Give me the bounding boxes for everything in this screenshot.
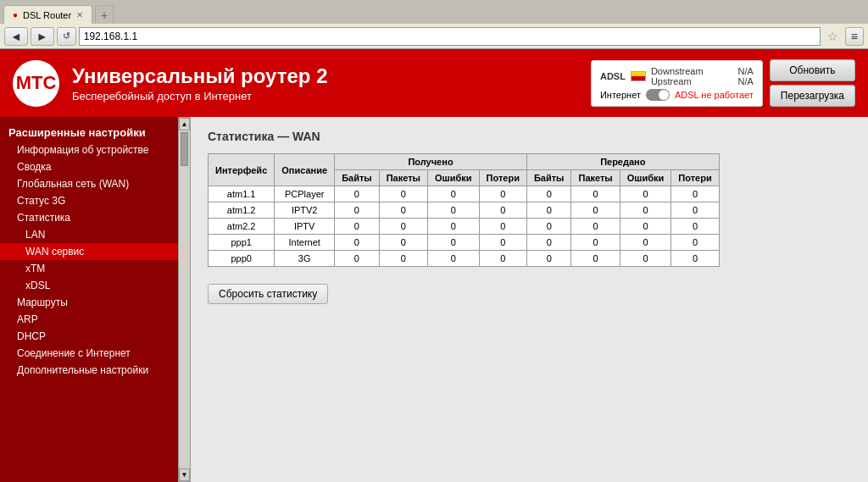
cell-tx-bytes: 0 <box>526 251 571 267</box>
scroll-thumb[interactable] <box>181 132 188 166</box>
address-input[interactable] <box>79 27 821 46</box>
sidebar-item-wan[interactable]: Глобальная сеть (WAN) <box>0 175 178 192</box>
tx-bytes-header: Байты <box>526 170 571 186</box>
downstream-value: N/A <box>737 66 753 76</box>
sidebar-item-summary[interactable]: Сводка <box>0 158 178 175</box>
refresh-button[interactable]: ↺ <box>57 27 76 46</box>
bookmark-icon[interactable]: ☆ <box>823 28 843 45</box>
logo-text: МТС <box>16 72 57 94</box>
rx-bytes-header: Байты <box>335 170 380 186</box>
cell-tx-bytes: 0 <box>526 219 571 235</box>
cell-tx-errors: 0 <box>620 219 671 235</box>
cell-tx-errors: 0 <box>620 186 671 202</box>
sidebar-item-device-info[interactable]: Информация об устройстве <box>0 141 178 158</box>
tools-button[interactable]: ≡ <box>845 27 864 46</box>
table-row: atm1.1 PCPlayer 0 0 0 0 0 0 0 0 <box>209 186 720 202</box>
sidebar-item-dhcp[interactable]: DHCP <box>0 328 178 345</box>
new-tab-button[interactable]: + <box>95 5 114 24</box>
cell-rx-errors: 0 <box>428 186 480 202</box>
table-row: atm2.2 IPTV 0 0 0 0 0 0 0 0 <box>209 219 720 235</box>
nav-bar: ◄ ► ↺ ☆ ≡ <box>0 24 868 49</box>
adsl-status-text: ADSL не работает <box>675 90 754 100</box>
col-description: Описание <box>275 154 335 186</box>
cell-rx-errors: 0 <box>428 235 480 251</box>
sidebar-item-advanced[interactable]: Дополнительные настройки <box>0 362 178 379</box>
tx-packets-header: Пакеты <box>571 170 620 186</box>
cell-rx-packets: 0 <box>379 202 427 219</box>
cell-rx-packets: 0 <box>379 251 427 267</box>
group-transmitted: Передано <box>526 154 719 170</box>
table-row: ppp1 Internet 0 0 0 0 0 0 0 0 <box>209 235 720 251</box>
table-row: atm1.2 IPTV2 0 0 0 0 0 0 0 0 <box>209 202 720 219</box>
cell-tx-losses: 0 <box>671 186 719 202</box>
cell-interface: atm1.2 <box>209 202 275 219</box>
active-tab[interactable]: ● DSL Router ✕ <box>3 5 92 24</box>
back-button[interactable]: ◄ <box>4 27 28 46</box>
cell-rx-errors: 0 <box>428 251 480 267</box>
browser-chrome: ● DSL Router ✕ + ◄ ► ↺ ☆ ≡ <box>0 0 868 49</box>
tx-errors-header: Ошибки <box>620 170 671 186</box>
internet-label: Интернет <box>600 90 641 100</box>
cell-description: IPTV <box>275 219 335 235</box>
cell-tx-errors: 0 <box>620 235 671 251</box>
cell-tx-losses: 0 <box>671 235 719 251</box>
sidebar-item-arp[interactable]: ARP <box>0 311 178 328</box>
cell-description: Internet <box>275 235 335 251</box>
cell-description: 3G <box>275 251 335 267</box>
action-buttons: Обновить Перезагрузка <box>770 59 855 107</box>
sidebar-item-xdsl[interactable]: xDSL <box>0 277 178 294</box>
scroll-up-arrow[interactable]: ▲ <box>179 118 190 130</box>
cell-rx-bytes: 0 <box>335 251 380 267</box>
page: МТС Универсальный роутер 2 Бесперебойный… <box>0 49 868 482</box>
internet-row: Интернет ADSL не работает <box>600 89 754 101</box>
sidebar: Расширенные настройки Информация об устр… <box>0 117 178 482</box>
cell-rx-bytes: 0 <box>335 235 380 251</box>
adsl-label: ADSL <box>600 71 626 81</box>
cell-rx-losses: 0 <box>479 219 526 235</box>
tab-favicon: ● <box>13 10 18 19</box>
toggle-knob <box>659 90 669 100</box>
forward-button[interactable]: ► <box>31 27 54 46</box>
cell-interface: ppp1 <box>209 235 275 251</box>
cell-tx-bytes: 0 <box>526 235 571 251</box>
tab-close-icon[interactable]: ✕ <box>76 10 83 19</box>
scroll-down-arrow[interactable]: ▼ <box>179 468 190 481</box>
sidebar-scrollbar[interactable]: ▲ ▼ <box>178 117 191 482</box>
header-title-block: Универсальный роутер 2 Бесперебойный дос… <box>72 64 328 102</box>
cell-rx-bytes: 0 <box>335 186 380 202</box>
scroll-track <box>179 130 190 468</box>
adsl-row: ADSL Downstream Upstream N/A N/A <box>600 66 754 86</box>
header: МТС Универсальный роутер 2 Бесперебойный… <box>0 49 868 117</box>
group-received: Получено <box>335 154 527 170</box>
toggle-switch[interactable] <box>646 89 670 101</box>
sidebar-item-wan-service[interactable]: WAN сервис <box>0 243 178 260</box>
restart-button[interactable]: Перезагрузка <box>770 85 855 107</box>
sidebar-item-xtm[interactable]: xTM <box>0 260 178 277</box>
sidebar-item-lan[interactable]: LAN <box>0 226 178 243</box>
cell-rx-packets: 0 <box>379 186 427 202</box>
refresh-page-button[interactable]: Обновить <box>770 59 855 81</box>
sidebar-item-3g-status[interactable]: Статус 3G <box>0 192 178 209</box>
sidebar-item-routes[interactable]: Маршруты <box>0 294 178 311</box>
tx-losses-header: Потери <box>671 170 719 186</box>
sidebar-section-title: Расширенные настройки <box>0 121 178 141</box>
cell-rx-bytes: 0 <box>335 219 380 235</box>
reset-stats-button[interactable]: Сбросить статистику <box>208 284 328 304</box>
cell-tx-packets: 0 <box>571 202 620 219</box>
cell-tx-losses: 0 <box>671 219 719 235</box>
header-subtitle: Бесперебойный доступ в Интернет <box>72 90 328 102</box>
cell-rx-losses: 0 <box>479 251 526 267</box>
sidebar-item-internet-connection[interactable]: Соединение с Интернет <box>0 345 178 362</box>
cell-interface: atm1.1 <box>209 186 275 202</box>
cell-tx-packets: 0 <box>571 219 620 235</box>
main-content: Расширенные настройки Информация об устр… <box>0 117 868 482</box>
sidebar-item-statistics[interactable]: Статистика <box>0 209 178 226</box>
cell-tx-bytes: 0 <box>526 186 571 202</box>
downstream-label: Downstream <box>651 66 704 76</box>
upstream-label: Upstream <box>651 76 704 86</box>
cell-description: PCPlayer <box>275 186 335 202</box>
rx-errors-header: Ошибки <box>428 170 480 186</box>
cell-tx-errors: 0 <box>620 251 671 267</box>
cell-tx-packets: 0 <box>571 186 620 202</box>
rx-losses-header: Потери <box>479 170 526 186</box>
